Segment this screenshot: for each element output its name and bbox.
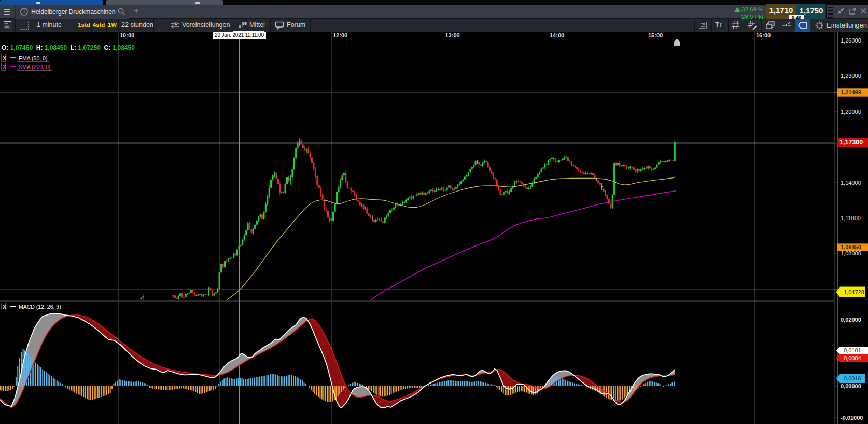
svg-text:15:00: 15:00 [648, 32, 663, 38]
svg-text:16:00: 16:00 [756, 32, 771, 38]
svg-text:1: 1 [23, 9, 26, 15]
svg-text:1,11000: 1,11000 [841, 215, 861, 221]
svg-text:13:00: 13:00 [445, 32, 460, 38]
svg-text:1,23000: 1,23000 [841, 73, 861, 79]
svg-text:0,0016: 0,0016 [844, 375, 861, 381]
svg-text:1,21499: 1,21499 [841, 89, 861, 95]
svg-text:1,08450: 1,08450 [841, 244, 861, 250]
svg-text:10:00: 10:00 [120, 32, 134, 38]
svg-text:-0,01000: -0,01000 [841, 415, 863, 421]
svg-text:0,0101: 0,0101 [844, 347, 861, 353]
svg-text:1,14000: 1,14000 [841, 180, 861, 186]
svg-text:0,00000: 0,00000 [841, 383, 861, 389]
svg-text:1,20000: 1,20000 [841, 108, 861, 115]
svg-text:1,08000: 1,08000 [841, 250, 861, 256]
svg-text:1,26000: 1,26000 [841, 37, 861, 44]
svg-text:0,0084: 0,0084 [844, 355, 861, 361]
svg-text:1,04728: 1,04728 [844, 289, 864, 295]
svg-text:12:00: 12:00 [333, 32, 347, 38]
svg-text:14:00: 14:00 [550, 32, 564, 38]
svg-text:1,17300: 1,17300 [839, 139, 863, 146]
svg-text:0,02000: 0,02000 [841, 317, 861, 323]
